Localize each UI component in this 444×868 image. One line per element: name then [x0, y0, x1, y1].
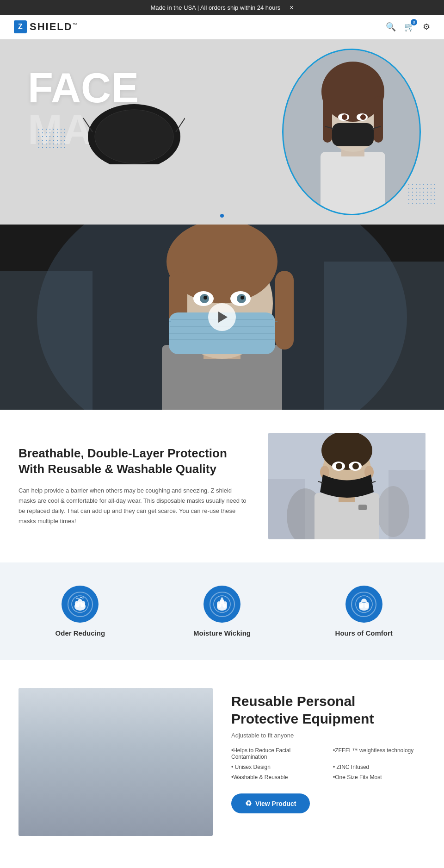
svg-rect-54	[358, 505, 367, 510]
svg-point-58	[352, 463, 359, 469]
features-image-svg	[268, 433, 426, 539]
view-product-button[interactable]: ♻ View Product	[231, 793, 310, 813]
benefit-moisture-wicking: Moisture Wicking	[151, 586, 293, 637]
svg-rect-9	[323, 96, 332, 143]
svg-point-46	[377, 486, 409, 537]
hero-carousel-indicator[interactable]	[220, 214, 224, 218]
ppe-section: Reusable Personal Protective Equipment A…	[0, 660, 444, 864]
ppe-image	[18, 688, 213, 836]
svg-rect-15	[332, 123, 374, 146]
features-description: Can help provide a barrier when others m…	[18, 486, 250, 526]
svg-point-66	[78, 599, 82, 604]
odor-label: Oder Reducing	[56, 629, 105, 637]
cart-badge: 0	[411, 19, 417, 25]
logo-name: SHIELD™	[30, 21, 78, 33]
ppe-product-image	[18, 688, 213, 836]
view-product-label: View Product	[255, 800, 296, 807]
ppe-feature-2: • Unisex Design	[231, 764, 324, 770]
svg-point-32	[204, 296, 207, 300]
ppe-feature-0: •Helps to Reduce Facial Contamination	[231, 747, 324, 760]
benefit-hours-of-comfort: Hours of Comfort	[293, 586, 435, 637]
features-text: Breathable, Double-Layer Protection With…	[18, 446, 250, 526]
features-title: Breathable, Double-Layer Protection With…	[18, 446, 250, 477]
video-section	[0, 225, 444, 410]
svg-point-13	[342, 114, 347, 120]
header: Z SHIELD™ 🔍 🛒 0 ⚙	[0, 15, 444, 39]
svg-rect-21	[324, 262, 444, 410]
moisture-icon-circle	[204, 586, 240, 623]
view-product-icon: ♻	[245, 799, 252, 808]
odor-icon	[68, 592, 93, 617]
svg-rect-27	[275, 271, 294, 350]
logo-z-icon: Z	[14, 20, 27, 33]
play-triangle-icon	[218, 312, 228, 323]
svg-rect-10	[374, 96, 383, 143]
hero-portrait-circle	[282, 49, 421, 215]
ppe-feature-1: •ZFEEL™ weightless technology	[333, 747, 426, 760]
hero-mask-product	[83, 95, 185, 164]
benefit-odor-reducing: Oder Reducing	[9, 586, 151, 637]
settings-icon[interactable]: ⚙	[423, 22, 430, 32]
svg-point-57	[336, 463, 342, 469]
svg-point-14	[360, 114, 366, 120]
announcement-text: Made in the USA | All orders ship within…	[150, 4, 280, 11]
odor-icon-circle	[62, 586, 99, 623]
comfort-icon-circle	[345, 586, 382, 623]
search-icon[interactable]: 🔍	[386, 22, 396, 32]
hero-banner: FACE MASK	[0, 39, 444, 225]
header-icons: 🔍 🛒 0 ⚙	[386, 22, 430, 32]
video-background	[0, 225, 444, 410]
comfort-icon	[351, 592, 376, 617]
logo[interactable]: Z SHIELD™	[14, 20, 78, 33]
ppe-features-grid: •Helps to Reduce Facial Contamination •Z…	[231, 747, 426, 781]
ppe-text: Reusable Personal Protective Equipment A…	[231, 688, 426, 813]
comfort-label: Hours of Comfort	[335, 629, 393, 637]
hero-portrait-silhouette	[284, 50, 419, 214]
play-button[interactable]	[208, 303, 236, 331]
moisture-label: Moisture Wicking	[193, 629, 251, 637]
svg-rect-20	[0, 271, 92, 410]
svg-rect-5	[321, 152, 385, 215]
announcement-bar: Made in the USA | All orders ship within…	[0, 0, 444, 15]
svg-point-1	[95, 110, 173, 163]
moisture-icon	[210, 592, 235, 617]
ppe-feature-5: •One Size Fits Most	[333, 774, 426, 781]
svg-point-33	[240, 296, 244, 300]
benefits-section: Oder Reducing Moisture Wicking	[0, 562, 444, 660]
hero-dot-grid-right	[407, 183, 435, 206]
hero-dot-grid-left	[37, 127, 65, 150]
ppe-subtitle: Adjustable to fit anyone	[231, 732, 426, 739]
features-section: Breathable, Double-Layer Protection With…	[0, 410, 444, 562]
features-image	[268, 433, 426, 539]
announcement-close[interactable]: ×	[290, 4, 293, 11]
ppe-title: Reusable Personal Protective Equipment	[231, 693, 426, 727]
ppe-feature-4: •Washable & Reusable	[231, 774, 324, 781]
cart-icon[interactable]: 🛒 0	[404, 22, 414, 32]
ppe-feature-3: • ZINC Infused	[333, 764, 426, 770]
